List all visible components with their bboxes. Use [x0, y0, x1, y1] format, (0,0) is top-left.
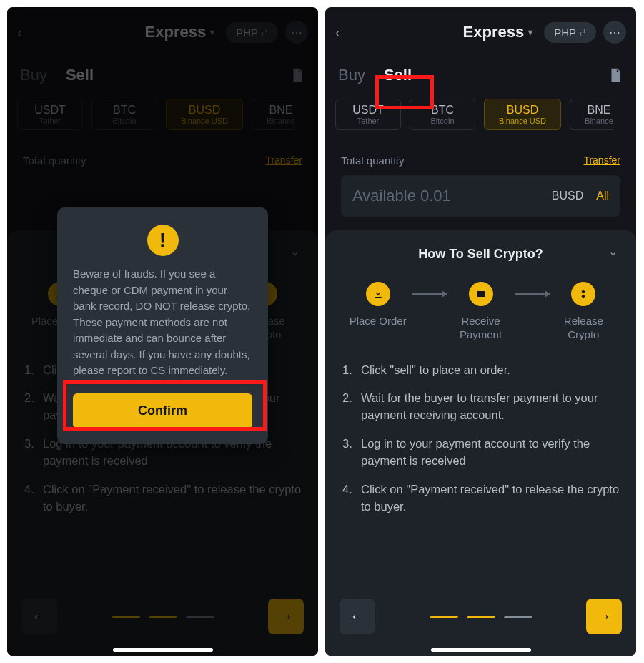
- more-menu-button[interactable]: ⋯: [603, 21, 626, 44]
- steps-row: Place Order Receive Payment Release Cryp…: [340, 282, 622, 342]
- instruction-item: Click on "Payment received" to release t…: [342, 481, 622, 516]
- step-place-order: Place Order: [344, 282, 412, 328]
- panel-title: How To Sell Crypto?: [418, 247, 543, 262]
- orders-icon[interactable]: [608, 67, 623, 83]
- how-to-panel: How To Sell Crypto? ⌄ Place Order Receiv…: [325, 230, 636, 656]
- modal-text: Beware of frauds. If you see a cheque or…: [73, 266, 252, 379]
- collapse-chevron-icon[interactable]: ⌄: [608, 245, 618, 258]
- quantity-input-box[interactable]: Available 0.01 BUSD All: [341, 175, 620, 217]
- coin-icon: [571, 282, 595, 306]
- fraud-warning-modal: ! Beware of frauds. If you see a cheque …: [57, 207, 268, 444]
- step-release-crypto: Release Crypto: [550, 282, 618, 342]
- instruction-item: Log in to your payment account to verify…: [342, 436, 622, 470]
- page-dash: [503, 616, 532, 618]
- header: ‹ Express ▾ PHP ⇄ ⋯: [325, 7, 636, 47]
- tab-buy[interactable]: Buy: [338, 66, 365, 84]
- quantity-label: Total quantity: [341, 154, 404, 167]
- buy-sell-tabs: Buy Sell: [325, 47, 636, 90]
- all-link[interactable]: All: [596, 190, 609, 202]
- swap-icon: ⇄: [579, 27, 586, 37]
- instructions-list: Click "sell" to place an order. Wait for…: [340, 362, 622, 527]
- available-text: Available 0.01: [352, 187, 545, 205]
- transfer-link[interactable]: Transfer: [583, 154, 620, 167]
- symbol-label: BUSD: [552, 190, 583, 202]
- download-icon: [366, 282, 390, 306]
- pager: ← →: [340, 594, 622, 643]
- quantity-section: Total quantity Transfer Available 0.01 B…: [325, 134, 636, 217]
- warning-icon: !: [147, 225, 179, 256]
- chip-busd[interactable]: BUSDBinance USD: [484, 99, 561, 130]
- step-receive-payment: Receive Payment: [447, 282, 515, 342]
- instruction-item: Wait for the buyer to transfer payment t…: [342, 390, 622, 424]
- mode-label: Express: [463, 23, 525, 41]
- page-dash: [466, 616, 495, 618]
- chip-usdt[interactable]: USDTTether: [335, 99, 401, 130]
- arrow-icon: [515, 293, 550, 295]
- confirm-button[interactable]: Confirm: [73, 393, 252, 428]
- wallet-icon: [469, 282, 493, 306]
- tab-sell[interactable]: Sell: [384, 66, 412, 84]
- home-indicator: [431, 648, 531, 652]
- currency-selector[interactable]: PHP ⇄: [544, 22, 596, 43]
- page-indicator: [430, 616, 532, 618]
- caret-down-icon: ▾: [528, 27, 532, 37]
- home-indicator: [113, 648, 213, 652]
- back-chevron-icon[interactable]: ‹: [335, 24, 355, 41]
- chip-btc[interactable]: BTCBitcoin: [410, 99, 475, 130]
- chip-bnb[interactable]: BNEBinance: [570, 99, 613, 130]
- currency-label: PHP: [554, 26, 576, 39]
- phone-right: ‹ Express ▾ PHP ⇄ ⋯ Buy Sell USDTTether …: [325, 7, 636, 656]
- instruction-item: Click "sell" to place an order.: [342, 362, 622, 379]
- mode-dropdown[interactable]: Express ▾: [463, 23, 533, 41]
- crypto-chips: USDTTether BTCBitcoin BUSDBinance USD BN…: [325, 90, 636, 134]
- next-button[interactable]: →: [586, 599, 622, 634]
- arrow-icon: [412, 293, 447, 295]
- prev-button[interactable]: ←: [340, 599, 375, 634]
- phone-left: ‹ Express ▾ PHP ⇄ ⋯ Buy Sell USDTTether …: [7, 7, 318, 656]
- page-dash: [429, 616, 458, 618]
